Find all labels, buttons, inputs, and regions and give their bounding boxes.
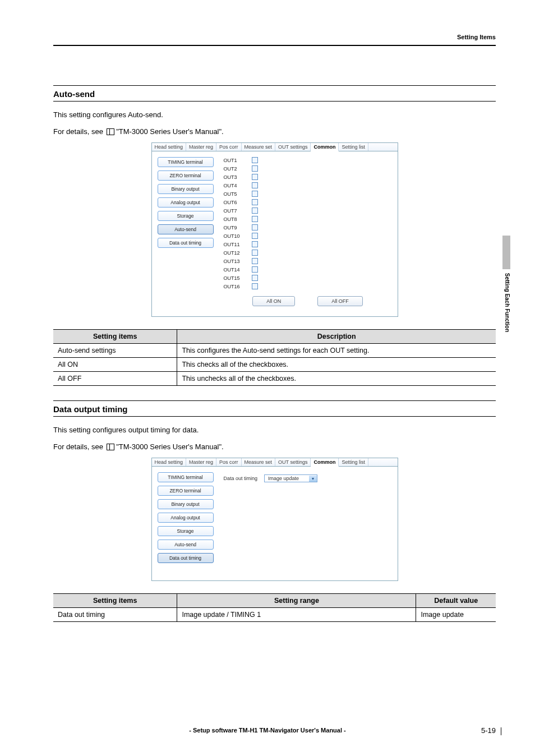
manual-ref-icon xyxy=(107,128,113,135)
out6-label: OUT6 xyxy=(224,200,252,205)
out14-label: OUT14 xyxy=(224,267,252,273)
auto-send-screenshot: Head setting Master reg Pos corr Measure… xyxy=(151,142,398,317)
section-auto-send-title: Auto-send xyxy=(53,85,496,102)
out2-label: OUT2 xyxy=(224,166,252,172)
side-tab-bar xyxy=(502,236,510,269)
out4-checkbox[interactable] xyxy=(252,182,258,188)
side-tab-label: Setting Each Function xyxy=(504,273,510,333)
chevron-down-icon: ▾ xyxy=(309,476,317,482)
data-output-desc-1: This setting configures output timing fo… xyxy=(53,425,496,436)
out-checkbox-grid: OUT1 OUT2 OUT3 OUT4 OUT5 OUT6 OUT7 OUT8 … xyxy=(224,157,392,289)
data-out-timing-select[interactable]: Image update ▾ xyxy=(264,474,317,482)
out8-checkbox[interactable] xyxy=(252,216,258,222)
tab-master-reg[interactable]: Master reg xyxy=(186,458,216,466)
side-nav: TIMING terminal ZERO terminal Binary out… xyxy=(158,472,214,563)
out10-checkbox[interactable] xyxy=(252,233,258,239)
all-on-button[interactable]: All ON xyxy=(252,296,295,306)
out6-checkbox[interactable] xyxy=(252,199,258,205)
nav-auto-send[interactable]: Auto-send xyxy=(158,540,214,550)
side-nav: TIMING terminal ZERO terminal Binary out… xyxy=(158,157,214,306)
data-timing-screenshot: Head setting Master reg Pos corr Measure… xyxy=(151,458,398,581)
out16-checkbox[interactable] xyxy=(252,283,258,289)
t2-h3: Default value xyxy=(416,594,496,608)
out15-checkbox[interactable] xyxy=(252,275,258,281)
t2-h1: Setting items xyxy=(53,594,177,608)
table-row: Auto-send settings This configures the A… xyxy=(53,344,496,358)
data-output-desc-2: For details, see "TM-3000 Series User's … xyxy=(53,441,496,453)
tab-out-settings[interactable]: OUT settings xyxy=(275,458,311,466)
tab-pos-corr[interactable]: Pos corr xyxy=(216,458,242,466)
data-out-timing-label: Data out timing xyxy=(224,476,258,481)
table-row: All OFF This unchecks all of the checkbo… xyxy=(53,372,496,386)
nav-binary-output[interactable]: Binary output xyxy=(158,184,214,194)
data-timing-table: Setting items Setting range Default valu… xyxy=(53,593,496,622)
out2-checkbox[interactable] xyxy=(252,165,258,172)
all-off-button[interactable]: All OFF xyxy=(317,296,363,306)
tab-common[interactable]: Common xyxy=(311,143,339,151)
tab-setting-list[interactable]: Setting list xyxy=(339,458,368,466)
tab-out-settings[interactable]: OUT settings xyxy=(275,143,311,151)
tab-measure-set[interactable]: Measure set xyxy=(242,458,276,466)
nav-analog-output[interactable]: Analog output xyxy=(158,513,214,523)
out16-label: OUT16 xyxy=(224,284,252,289)
footer-text: - Setup software TM-H1 TM-Navigator User… xyxy=(0,727,535,734)
auto-send-desc-1: This setting configures Auto-send. xyxy=(53,109,496,121)
out7-label: OUT7 xyxy=(224,208,252,214)
data-out-timing-value: Image update xyxy=(265,475,309,482)
table-row: Data out timing Image update / TIMING 1 … xyxy=(53,608,496,622)
tab-common[interactable]: Common xyxy=(311,458,339,467)
t1-h2: Description xyxy=(177,330,496,344)
section-data-output-title: Data output timing xyxy=(53,400,496,417)
out9-label: OUT9 xyxy=(224,225,252,231)
out3-checkbox[interactable] xyxy=(252,174,258,180)
side-chapter-tab: Setting Each Function xyxy=(502,236,510,332)
header-right: Setting Items xyxy=(457,34,496,40)
t1-h1: Setting items xyxy=(53,330,177,344)
tab-pos-corr[interactable]: Pos corr xyxy=(216,143,242,151)
out11-checkbox[interactable] xyxy=(252,241,258,247)
nav-timing-terminal[interactable]: TIMING terminal xyxy=(158,472,214,482)
table-row: All ON This checks all of the checkboxes… xyxy=(53,358,496,372)
page-header: Setting Items xyxy=(53,34,496,46)
nav-zero-terminal[interactable]: ZERO terminal xyxy=(158,170,214,181)
out7-checkbox[interactable] xyxy=(252,208,258,214)
out8-label: OUT8 xyxy=(224,216,252,222)
out9-checkbox[interactable] xyxy=(252,224,258,231)
out14-checkbox[interactable] xyxy=(252,266,258,273)
out12-checkbox[interactable] xyxy=(252,250,258,256)
nav-storage[interactable]: Storage xyxy=(158,526,214,536)
out15-label: OUT15 xyxy=(224,275,252,281)
tab-setting-list[interactable]: Setting list xyxy=(339,143,368,151)
out5-checkbox[interactable] xyxy=(252,191,258,197)
nav-zero-terminal[interactable]: ZERO terminal xyxy=(158,486,214,496)
out10-label: OUT10 xyxy=(224,233,252,239)
out5-label: OUT5 xyxy=(224,191,252,197)
nav-timing-terminal[interactable]: TIMING terminal xyxy=(158,157,214,167)
out12-label: OUT12 xyxy=(224,250,252,256)
nav-storage[interactable]: Storage xyxy=(158,211,214,221)
out3-label: OUT3 xyxy=(224,174,252,180)
out13-checkbox[interactable] xyxy=(252,258,258,264)
nav-analog-output[interactable]: Analog output xyxy=(158,197,214,208)
auto-send-desc-2: For details, see "TM-3000 Series User's … xyxy=(53,126,496,137)
manual-ref-icon xyxy=(107,444,113,450)
nav-binary-output[interactable]: Binary output xyxy=(158,499,214,509)
out1-checkbox[interactable] xyxy=(252,157,258,163)
auto-send-table: Setting items Description Auto-send sett… xyxy=(53,329,496,386)
tab-head-setting[interactable]: Head setting xyxy=(152,143,187,151)
nav-data-out-timing[interactable]: Data out timing xyxy=(158,238,214,248)
tab-head-setting[interactable]: Head setting xyxy=(152,458,187,466)
t2-h2: Setting range xyxy=(177,594,416,608)
out1-label: OUT1 xyxy=(224,158,252,163)
nav-data-out-timing[interactable]: Data out timing xyxy=(158,553,214,563)
tab-row: Head setting Master reg Pos corr Measure… xyxy=(152,143,398,151)
tab-row: Head setting Master reg Pos corr Measure… xyxy=(152,458,398,467)
out13-label: OUT13 xyxy=(224,259,252,264)
tab-master-reg[interactable]: Master reg xyxy=(186,143,216,151)
out11-label: OUT11 xyxy=(224,242,252,247)
page-number: 5-19 xyxy=(481,726,496,735)
nav-auto-send[interactable]: Auto-send xyxy=(158,224,214,234)
tab-measure-set[interactable]: Measure set xyxy=(242,143,276,151)
out4-label: OUT4 xyxy=(224,183,252,188)
